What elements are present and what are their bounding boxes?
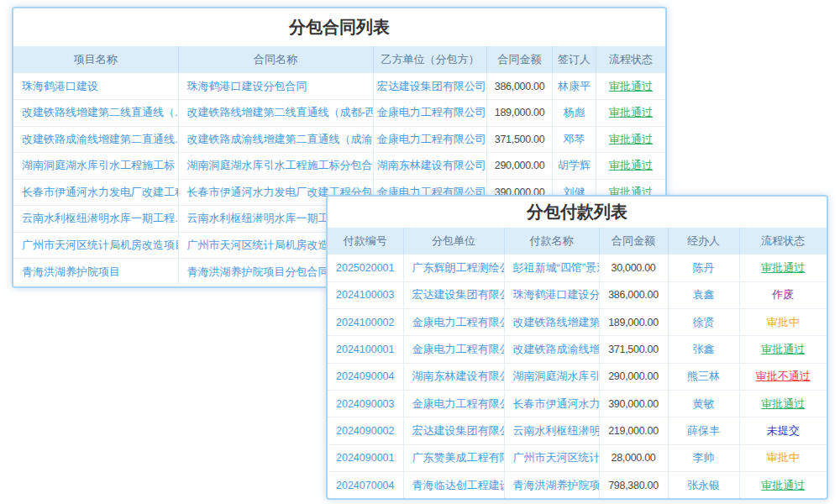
cell-payment_name[interactable]: 改建铁路线增建第二线... xyxy=(504,309,599,336)
table-row[interactable]: 2024070004青海临达创工程建设有...青海洪湖养护院项目分...798,… xyxy=(328,471,827,498)
cell-status[interactable]: 审批通过 xyxy=(596,100,665,127)
cell-payment_no[interactable]: 2025020001 xyxy=(328,255,403,281)
cell-payment_name[interactable]: 长春市伊通河水力发电... xyxy=(504,390,599,417)
cell-signer[interactable]: 邓琴 xyxy=(552,126,596,153)
cell-contract[interactable]: 改建铁路线增建第二线直通线（成都-西... xyxy=(178,100,373,127)
cell-unit[interactable]: 金康电力工程有限公司 xyxy=(403,309,504,336)
cell-payment_no[interactable]: 2024090003 xyxy=(328,390,403,417)
cell-signer[interactable]: 胡学辉 xyxy=(552,153,596,180)
cell-handler[interactable]: 薛保丰 xyxy=(668,417,739,444)
cell-status[interactable]: 审批中 xyxy=(739,309,827,336)
column-header-0: 付款编号 xyxy=(328,228,403,255)
cell-project[interactable]: 广州市天河区统计局机房改造项目 xyxy=(13,232,178,259)
cell-project[interactable]: 青海洪湖养护院项目 xyxy=(13,259,178,286)
cell-payment_name[interactable]: 改建铁路成渝线增建第... xyxy=(504,336,599,363)
cell-unit[interactable]: 广东辉朗工程测绘公司 xyxy=(403,255,504,281)
cell-payment_no[interactable]: 2024070004 xyxy=(328,471,403,498)
cell-amount: 290,000.00 xyxy=(487,153,552,180)
cell-party_b[interactable]: 宏达建设集团有限公司 xyxy=(373,73,487,100)
cell-status[interactable]: 审批通过 xyxy=(596,73,665,100)
cell-amount: 28,000.00 xyxy=(599,444,668,471)
cell-party_b[interactable]: 湖南东林建设有限公司 xyxy=(373,153,487,180)
cell-amount: 371,500.00 xyxy=(599,336,668,363)
table-row[interactable]: 2024100003宏达建设集团有限公司珠海鹤港口建设分包合...386,000… xyxy=(328,281,827,308)
cell-payment_name[interactable]: 广州市天河区统计局机... xyxy=(504,444,599,471)
payment-table-body: 2025020001广东辉朗工程测绘公司彭祖新城“四馆”景观工...30,000… xyxy=(328,255,827,499)
cell-unit[interactable]: 广东赞美成工程有限公司 xyxy=(403,444,504,471)
cell-amount: 189,000.00 xyxy=(487,100,552,127)
cell-payment_name[interactable]: 青海洪湖养护院项目分... xyxy=(504,471,599,498)
column-header-3: 合同金额 xyxy=(487,46,552,73)
cell-payment_no[interactable]: 2024090002 xyxy=(328,417,403,444)
cell-handler[interactable]: 黄敏 xyxy=(668,390,739,417)
cell-payment_no[interactable]: 2024100002 xyxy=(328,309,403,336)
cell-payment_no[interactable]: 2024090001 xyxy=(328,444,403,471)
cell-handler[interactable]: 徐贤 xyxy=(668,309,739,336)
cell-status[interactable]: 作废 xyxy=(739,281,827,308)
cell-project[interactable]: 改建铁路成渝线增建第二直通线... xyxy=(13,126,178,153)
cell-handler[interactable]: 熊三林 xyxy=(668,363,739,390)
cell-party_b[interactable]: 金康电力工程有限公司 xyxy=(373,100,487,127)
cell-amount: 189,000.00 xyxy=(599,309,668,336)
cell-payment_no[interactable]: 2024100001 xyxy=(328,336,403,363)
cell-payment_name[interactable]: 云南水利枢纽潜明水库... xyxy=(504,417,599,444)
cell-unit[interactable]: 宏达建设集团有限公司 xyxy=(403,281,504,308)
table-row[interactable]: 2024090003金康电力工程有限公司长春市伊通河水力发电...390,000… xyxy=(328,390,827,417)
cell-status[interactable]: 审批通过 xyxy=(739,336,827,363)
cell-contract[interactable]: 湖南洞庭湖水库引水工程施工标分包合同 xyxy=(178,153,373,180)
column-header-1: 合同名称 xyxy=(178,46,373,73)
column-header-2: 乙方单位（分包方） xyxy=(373,46,487,73)
cell-payment_no[interactable]: 2024090004 xyxy=(328,363,403,390)
payment-table: 付款编号分包单位付款名称合同金额经办人流程状态 2025020001广东辉朗工程… xyxy=(328,228,827,499)
cell-unit[interactable]: 湖南东林建设有限公司 xyxy=(403,363,504,390)
cell-status[interactable]: 审批通过 xyxy=(739,255,827,281)
cell-payment_name[interactable]: 湖南洞庭湖水库引水工... xyxy=(504,363,599,390)
column-header-3: 合同金额 xyxy=(599,228,668,255)
cell-payment_name[interactable]: 珠海鹤港口建设分包合... xyxy=(504,281,599,308)
contract-table-header-row: 项目名称合同名称乙方单位（分包方）合同金额签订人流程状态 xyxy=(13,46,665,73)
contract-list-title: 分包合同列表 xyxy=(13,8,665,46)
table-row[interactable]: 2024090002宏达建设集团有限公司云南水利枢纽潜明水库...219,000… xyxy=(328,417,827,444)
cell-handler[interactable]: 袁鑫 xyxy=(668,281,739,308)
cell-status[interactable]: 审批通过 xyxy=(739,390,827,417)
cell-unit[interactable]: 宏达建设集团有限公司 xyxy=(403,417,504,444)
cell-unit[interactable]: 青海临达创工程建设有... xyxy=(403,471,504,498)
cell-handler[interactable]: 张鑫 xyxy=(668,336,739,363)
cell-project[interactable]: 云南水利枢纽潜明水库一期工程... xyxy=(13,206,178,233)
table-row[interactable]: 改建铁路线增建第二线直通线（...改建铁路线增建第二线直通线（成都-西...金康… xyxy=(13,100,665,127)
table-row[interactable]: 2025020001广东辉朗工程测绘公司彭祖新城“四馆”景观工...30,000… xyxy=(328,255,827,281)
cell-project[interactable]: 珠海鹤港口建设 xyxy=(13,73,178,100)
cell-payment_name[interactable]: 彭祖新城“四馆”景观工... xyxy=(504,255,599,281)
cell-project[interactable]: 湖南洞庭湖水库引水工程施工标 xyxy=(13,153,178,180)
cell-status[interactable]: 审批通过 xyxy=(596,153,665,180)
table-row[interactable]: 珠海鹤港口建设珠海鹤港口建设分包合同宏达建设集团有限公司386,000.00林康… xyxy=(13,73,665,100)
table-row[interactable]: 湖南洞庭湖水库引水工程施工标湖南洞庭湖水库引水工程施工标分包合同湖南东林建设有限… xyxy=(13,153,665,180)
cell-status[interactable]: 审批不通过 xyxy=(739,363,827,390)
cell-project[interactable]: 长春市伊通河水力发电厂改建工程 xyxy=(13,179,178,206)
table-row[interactable]: 改建铁路成渝线增建第二直通线...改建铁路成渝线增建第二直通线（成渝...金康电… xyxy=(13,126,665,153)
cell-handler[interactable]: 张永银 xyxy=(668,471,739,498)
cell-payment_no[interactable]: 2024100003 xyxy=(328,281,403,308)
cell-amount: 30,000.00 xyxy=(599,255,668,281)
cell-unit[interactable]: 金康电力工程有限公司 xyxy=(403,390,504,417)
cell-status[interactable]: 未提交 xyxy=(739,417,827,444)
cell-party_b[interactable]: 金康电力工程有限公司 xyxy=(373,126,487,153)
table-row[interactable]: 2024090001广东赞美成工程有限公司广州市天河区统计局机...28,000… xyxy=(328,444,827,471)
table-row[interactable]: 2024100001金康电力工程有限公司改建铁路成渝线增建第...371,500… xyxy=(328,336,827,363)
cell-handler[interactable]: 陈丹 xyxy=(668,255,739,281)
cell-signer[interactable]: 杨彪 xyxy=(552,100,596,127)
cell-contract[interactable]: 珠海鹤港口建设分包合同 xyxy=(178,73,373,100)
cell-project[interactable]: 改建铁路线增建第二线直通线（... xyxy=(13,100,178,127)
cell-signer[interactable]: 林康平 xyxy=(552,73,596,100)
cell-status[interactable]: 审批通过 xyxy=(739,471,827,498)
cell-contract[interactable]: 改建铁路成渝线增建第二直通线（成渝... xyxy=(178,126,373,153)
table-row[interactable]: 2024100002金康电力工程有限公司改建铁路线增建第二线...189,000… xyxy=(328,309,827,336)
cell-handler[interactable]: 李帅 xyxy=(668,444,739,471)
cell-status[interactable]: 审批中 xyxy=(739,444,827,471)
cell-unit[interactable]: 金康电力工程有限公司 xyxy=(403,336,504,363)
column-header-4: 签订人 xyxy=(552,46,596,73)
cell-amount: 390,000.00 xyxy=(599,390,668,417)
payment-table-header-row: 付款编号分包单位付款名称合同金额经办人流程状态 xyxy=(328,228,827,255)
cell-status[interactable]: 审批通过 xyxy=(596,126,665,153)
table-row[interactable]: 2024090004湖南东林建设有限公司湖南洞庭湖水库引水工...290,000… xyxy=(328,363,827,390)
